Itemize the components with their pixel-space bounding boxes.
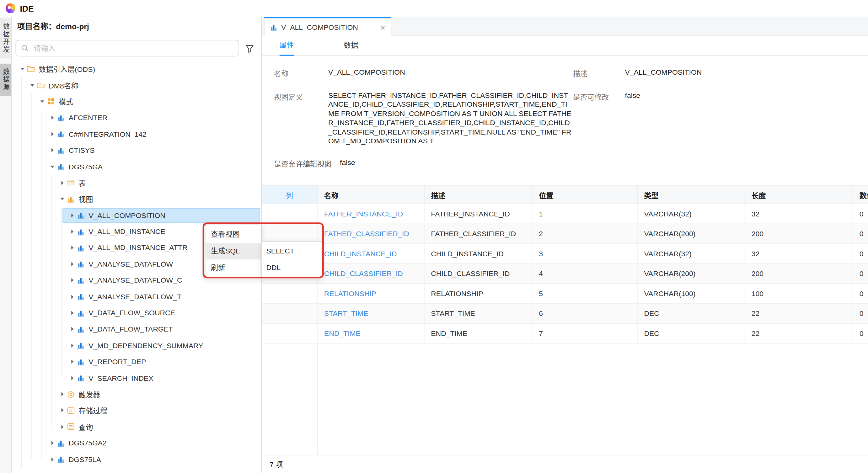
tree-item-查询[interactable]: 查询 (11, 419, 261, 435)
caret-down-icon[interactable] (58, 196, 66, 202)
menu-item-view[interactable]: 查看视图 (205, 226, 260, 243)
tree-item-dgs75ga2[interactable]: DGS75GA2 (11, 435, 261, 451)
search-input[interactable] (16, 40, 239, 57)
table-cell: 1 (532, 204, 637, 224)
tree-item-label: V_ANALYSE_DATAFLOW_C (89, 276, 182, 284)
caret-right-icon[interactable] (68, 277, 76, 283)
caret-right-icon[interactable] (68, 245, 76, 251)
sidebar: 项目名称：demo-prj 数据引入层(ODS)DM8名称模式AFCENTERC… (11, 17, 262, 473)
view-editable-value: false (340, 158, 355, 166)
header-precision: 数值精度 (852, 186, 868, 204)
caret-right-icon[interactable] (58, 180, 66, 186)
caret-right-icon[interactable] (48, 131, 56, 137)
filter-icon[interactable] (245, 43, 255, 54)
column-name-link[interactable]: END_TIME (317, 323, 424, 343)
caret-right-icon[interactable] (68, 212, 76, 218)
tree-item-v-analyse-dataflow-t[interactable]: V_ANALYSE_DATAFLOW_T (11, 289, 261, 305)
search-row (16, 40, 258, 57)
caret-down-icon[interactable] (48, 163, 56, 169)
tree-item-label: DGS75GA (69, 162, 103, 170)
column-name-link[interactable]: FATHER_INSTANCE_ID (317, 204, 424, 224)
table-header-row: 列 名称 描述 位置 类型 长度 数值精度 (262, 186, 868, 204)
tree-item-存储过程[interactable]: fx存储过程 (11, 403, 261, 419)
table-cell: START_TIME (424, 304, 532, 324)
caret-right-icon[interactable] (48, 440, 56, 446)
column-name-link[interactable]: START_TIME (317, 304, 424, 324)
caret-right-icon[interactable] (48, 147, 56, 153)
tab-v-all-composition[interactable]: V_ALL_COMPOSITION × (264, 17, 391, 36)
caret-right-icon[interactable] (68, 261, 76, 267)
caret-right-icon[interactable] (48, 115, 56, 121)
caret-right-icon[interactable] (68, 310, 76, 316)
caret-right-icon[interactable] (58, 407, 66, 413)
tree-item-afcenter[interactable]: AFCENTER (11, 110, 261, 126)
caret-right-icon[interactable] (68, 343, 76, 348)
submenu-item-ddl[interactable]: DDL (262, 259, 322, 276)
tree-item-视图[interactable]: 视图 (11, 191, 261, 207)
tree-item-label: AFCENTER (69, 114, 107, 122)
tree-item-label: V_REPORT_DEP (89, 357, 146, 366)
tab-close-icon[interactable]: × (380, 23, 385, 31)
caret-right-icon[interactable] (68, 358, 76, 365)
caret-right-icon[interactable] (68, 293, 76, 299)
table-cell: 100 (745, 284, 852, 304)
caret-right-icon[interactable] (68, 229, 76, 234)
tree-item-c-integration-142[interactable]: C##INTEGRATION_142 (11, 126, 261, 142)
caret-right-icon[interactable] (58, 424, 66, 430)
tree-item-v-report-dep[interactable]: V_REPORT_DEP (11, 353, 261, 370)
tree-item-dm8名称[interactable]: DM8名称 (11, 77, 261, 93)
tree-item-v-data-flow-source[interactable]: V_DATA_FLOW_SOURCE (11, 305, 261, 321)
menu-item-refresh[interactable]: 刷新 (205, 259, 260, 276)
tree-item-label: V_ALL_MD_INSTANCE (89, 227, 165, 235)
table-cell: 200 (745, 224, 852, 244)
tree-item-表[interactable]: 表 (11, 175, 261, 191)
table-cell: 32 (745, 204, 852, 224)
menu-item-generate-sql[interactable]: 生成SQL (205, 243, 260, 259)
tree-item-v-search-index[interactable]: V_SEARCH_INDEX (11, 370, 261, 386)
tree-item-v-all-composition[interactable]: V_ALL_COMPOSITION (11, 207, 261, 224)
view-icon (76, 293, 85, 301)
table-cell: 3 (532, 244, 637, 264)
activity-tab-data-source[interactable]: 数据源 (0, 64, 11, 96)
caret-right-icon[interactable] (58, 391, 66, 397)
tree-item-模式[interactable]: 模式 (11, 93, 261, 110)
table-cell: 0 (852, 204, 868, 224)
table-cell: VARCHAR(32) (637, 244, 744, 264)
context-menu: 查看视图 生成SQL 刷新 (205, 225, 261, 278)
definition-label: 视图定义 (274, 91, 303, 102)
column-name-link[interactable]: FATHER_CLASSIFIER_ID (317, 224, 424, 244)
column-name-link[interactable]: RELATIONSHIP (317, 284, 424, 304)
table-cell: 32 (745, 244, 852, 264)
tree-item-label: 数据引入层(ODS) (39, 64, 95, 74)
column-name-link[interactable]: CHILD_CLASSIFIER_ID (317, 264, 424, 284)
tree-item-触发器[interactable]: 触发器 (11, 386, 261, 403)
tree-item-数据引入层-ods-[interactable]: 数据引入层(ODS) (11, 61, 261, 77)
column-name-link[interactable]: CHILD_INSTANCE_ID (317, 244, 424, 264)
caret-right-icon[interactable] (48, 456, 56, 462)
caret-right-icon[interactable] (68, 375, 76, 381)
caret-down-icon[interactable] (28, 82, 36, 88)
tree-item-ctisys[interactable]: CTISYS (11, 142, 261, 158)
table-cell: END_TIME (424, 323, 532, 343)
table-row: FATHER_CLASSIFIER_IDFATHER_CLASSIFIER_ID… (262, 224, 868, 244)
submenu-item-select[interactable]: SELECT (262, 243, 322, 259)
tree-item-label: V_ALL_MD_INSTANCE_ATTR (89, 244, 187, 252)
caret-right-icon[interactable] (68, 326, 76, 332)
table-cell: CHILD_CLASSIFIER_ID (424, 264, 532, 284)
caret-down-icon[interactable] (38, 98, 46, 104)
table-cell: 0 (852, 284, 868, 304)
tab-data[interactable]: 数据 (344, 36, 358, 56)
column-section-tab[interactable]: 列 (262, 186, 317, 204)
tree-item-v-data-flow-target[interactable]: V_DATA_FLOW_TARGET (11, 321, 261, 338)
table-icon (66, 179, 75, 187)
caret-down-icon[interactable] (18, 66, 26, 72)
tree-item-label: V_MD_DEPENDENCY_SUMMARY (89, 341, 203, 349)
properties-panel: 名称 V_ALL_COMPOSITION 描述 V_ALL_COMPOSITIO… (262, 56, 868, 473)
editor-tab-bar: V_ALL_COMPOSITION × (262, 17, 868, 36)
tab-properties[interactable]: 属性 (280, 36, 294, 56)
tree-item-dgs75la[interactable]: DGS75LA (11, 451, 261, 467)
trigger-icon (66, 390, 75, 398)
tree-item-v-md-dependency-summary[interactable]: V_MD_DEPENDENCY_SUMMARY (11, 337, 261, 353)
activity-tab-data-development[interactable]: 数据开发 (0, 18, 11, 58)
tree-item-dgs75ga[interactable]: DGS75GA (11, 158, 261, 175)
